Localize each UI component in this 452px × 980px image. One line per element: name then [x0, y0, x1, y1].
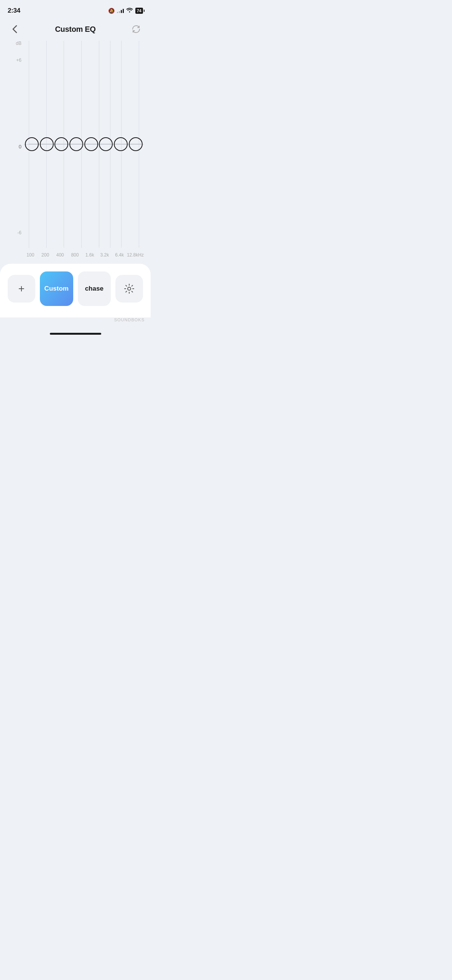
freq-label-100: 100	[23, 252, 38, 258]
battery-icon: 74	[135, 8, 143, 14]
add-icon: +	[18, 283, 25, 294]
back-button[interactable]	[8, 22, 21, 36]
add-preset-button[interactable]: +	[8, 275, 35, 303]
preset-custom[interactable]: Custom	[40, 271, 73, 306]
eq-dot-128khz[interactable]	[129, 137, 143, 151]
header: Custom EQ	[0, 19, 151, 41]
wifi-icon	[126, 7, 133, 14]
eq-dot-32khz[interactable]	[99, 137, 113, 151]
branding: SOUNDBOKS	[0, 317, 151, 325]
freq-label-800: 800	[67, 252, 82, 258]
db-negative-label: -6	[17, 230, 21, 235]
freq-label-128k: 12.8kHz	[127, 252, 144, 258]
status-bar: 2:34 🔕 74	[0, 0, 151, 19]
eq-section: dB +6 0 -6	[0, 41, 151, 258]
settings-button[interactable]	[115, 275, 143, 303]
notification-icon: 🔕	[108, 8, 115, 14]
freq-label-16k: 1.6k	[82, 252, 97, 258]
status-icons: 🔕 74	[108, 7, 143, 14]
svg-point-0	[128, 287, 131, 290]
eq-dot-64khz[interactable]	[114, 137, 128, 151]
eq-dot-400hz[interactable]	[54, 137, 68, 151]
freq-labels: 100 200 400 800 1.6k 3.2k 6.4k 12.8kHz	[20, 249, 147, 258]
freq-label-32k: 3.2k	[97, 252, 112, 258]
preset-chase-label: chase	[85, 285, 104, 293]
eq-chart	[24, 41, 144, 248]
db-positive-label: +6	[16, 58, 21, 63]
eq-dot-100hz[interactable]	[25, 137, 39, 151]
freq-label-200: 200	[38, 252, 53, 258]
eq-dot-16khz[interactable]	[84, 137, 98, 151]
db-zero-label: 0	[19, 144, 21, 150]
eq-dot-200hz[interactable]	[40, 137, 54, 151]
preset-chase[interactable]: chase	[78, 271, 111, 306]
preset-custom-label: Custom	[44, 285, 69, 293]
home-indicator	[50, 333, 101, 335]
gear-icon	[124, 283, 135, 294]
reset-button[interactable]	[129, 22, 143, 36]
eq-dot-800hz[interactable]	[69, 137, 83, 151]
status-time: 2:34	[8, 7, 20, 15]
bottom-sheet: + Custom chase	[0, 264, 151, 317]
freq-label-64k: 6.4k	[112, 252, 127, 258]
page-title: Custom EQ	[55, 25, 95, 34]
eq-dots-container	[24, 137, 144, 151]
db-unit-label: dB	[16, 41, 21, 46]
freq-label-400: 400	[53, 252, 67, 258]
preset-row: + Custom chase	[8, 271, 143, 306]
signal-icon	[117, 8, 124, 13]
